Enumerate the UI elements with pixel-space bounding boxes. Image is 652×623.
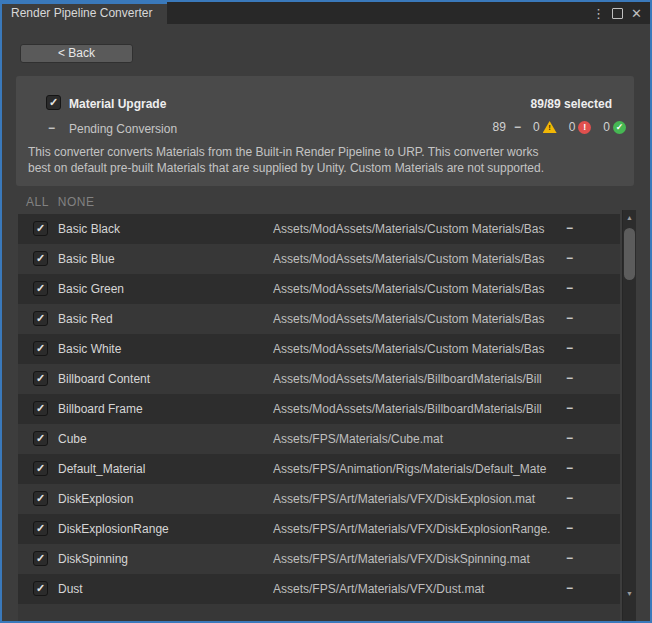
item-name: Basic Red xyxy=(58,312,113,326)
item-path: Assets/ModAssets/Materials/BillboardMate… xyxy=(273,372,561,386)
status-dash-icon: − xyxy=(566,401,573,415)
status-dash-icon: − xyxy=(566,491,573,505)
item-name: Basic White xyxy=(58,342,121,356)
check-icon: ✓ xyxy=(36,582,45,594)
table-row[interactable]: ✓ Dust Assets/FPS/Art/Materials/VFX/Dust… xyxy=(18,574,620,604)
material-list: ✓ Basic Black Assets/ModAssets/Materials… xyxy=(18,214,620,621)
window-menu-button[interactable]: ⋮ xyxy=(589,2,608,24)
check-icon: ✓ xyxy=(36,402,45,414)
window-controls: ⋮ ✕ xyxy=(589,2,646,24)
pending-conversion-label: Pending Conversion xyxy=(69,122,177,136)
item-path: Assets/FPS/Art/Materials/VFX/DiskSpinnin… xyxy=(273,552,561,566)
scrollbar-thumb[interactable] xyxy=(624,228,635,280)
maximize-icon xyxy=(612,8,623,19)
success-count: 0 xyxy=(603,120,610,134)
item-path: Assets/ModAssets/Materials/Custom Materi… xyxy=(273,282,561,296)
item-name: Dust xyxy=(58,582,83,596)
item-path: Assets/FPS/Animation/Rigs/Materials/Defa… xyxy=(273,462,561,476)
item-path: Assets/FPS/Art/Materials/VFX/DiskExplosi… xyxy=(273,492,561,506)
table-row[interactable]: ✓ Default_Material Assets/FPS/Animation/… xyxy=(18,454,620,484)
select-none-button[interactable]: NONE xyxy=(58,195,95,209)
check-icon: ✓ xyxy=(36,222,45,234)
close-button[interactable]: ✕ xyxy=(627,2,646,24)
status-dash-icon: − xyxy=(566,431,573,445)
selected-count: 89/89 selected xyxy=(531,97,612,111)
item-name: DiskSpinning xyxy=(58,552,128,566)
item-name: Default_Material xyxy=(58,462,145,476)
warning-count-group: 0 ! xyxy=(533,120,557,134)
tab-render-pipeline-converter[interactable]: Render Pipeline Converter xyxy=(2,2,167,24)
item-path: Assets/ModAssets/Materials/Custom Materi… xyxy=(273,312,561,326)
check-icon: ✓ xyxy=(36,342,45,354)
item-path: Assets/ModAssets/Materials/Custom Materi… xyxy=(273,222,561,236)
table-row[interactable]: ✓ DiskExplosionRange Assets/FPS/Art/Mate… xyxy=(18,514,620,544)
row-checkbox[interactable]: ✓ xyxy=(33,401,48,416)
scroll-up-button[interactable]: ▲ xyxy=(623,210,636,224)
status-dash-icon: − xyxy=(566,251,573,265)
row-checkbox[interactable]: ✓ xyxy=(33,461,48,476)
select-all-button[interactable]: ALL xyxy=(26,195,49,209)
status-dash-icon: − xyxy=(566,311,573,325)
table-row[interactable]: ✓ Billboard Frame Assets/ModAssets/Mater… xyxy=(18,394,620,424)
vertical-scrollbar[interactable]: ▲ ▼ xyxy=(622,210,636,621)
status-dash-icon: − xyxy=(566,371,573,385)
row-checkbox[interactable]: ✓ xyxy=(33,491,48,506)
status-dash-icon: − xyxy=(566,581,573,595)
check-icon: ✓ xyxy=(36,522,45,534)
item-path: Assets/ModAssets/Materials/Custom Materi… xyxy=(273,342,561,356)
error-count: 0 xyxy=(569,120,576,134)
row-checkbox[interactable]: ✓ xyxy=(33,551,48,566)
status-dash-icon: − xyxy=(566,281,573,295)
row-checkbox[interactable]: ✓ xyxy=(33,521,48,536)
success-count-group: 0 ✓ xyxy=(603,120,626,134)
table-row-filler xyxy=(18,604,620,621)
error-count-group: 0 ! xyxy=(569,120,592,134)
pending-dash-icon: − xyxy=(514,120,521,134)
check-icon: ✓ xyxy=(36,282,45,294)
back-button[interactable]: < Back xyxy=(20,44,133,63)
table-row[interactable]: ✓ Basic Black Assets/ModAssets/Materials… xyxy=(18,214,620,244)
row-checkbox[interactable]: ✓ xyxy=(33,281,48,296)
error-icon: ! xyxy=(578,121,591,134)
status-dash-icon: − xyxy=(566,221,573,235)
status-dash-icon: − xyxy=(566,551,573,565)
check-icon: ✓ xyxy=(36,252,45,264)
item-name: Billboard Content xyxy=(58,372,150,386)
converter-checkbox[interactable]: ✓ xyxy=(46,95,61,110)
scroll-down-button[interactable]: ▼ xyxy=(623,586,636,600)
warning-count: 0 xyxy=(533,120,540,134)
table-row[interactable]: ✓ Basic Blue Assets/ModAssets/Materials/… xyxy=(18,244,620,274)
table-row[interactable]: ✓ Basic White Assets/ModAssets/Materials… xyxy=(18,334,620,364)
table-row[interactable]: ✓ Basic Red Assets/ModAssets/Materials/C… xyxy=(18,304,620,334)
item-path: Assets/ModAssets/Materials/Custom Materi… xyxy=(273,252,561,266)
check-icon: ✓ xyxy=(36,552,45,564)
table-row[interactable]: ✓ DiskExplosion Assets/FPS/Art/Materials… xyxy=(18,484,620,514)
status-dash-icon: − xyxy=(566,461,573,475)
row-checkbox[interactable]: ✓ xyxy=(33,371,48,386)
row-checkbox[interactable]: ✓ xyxy=(33,431,48,446)
status-dash-icon: − xyxy=(566,341,573,355)
converter-description: This converter converts Materials from t… xyxy=(28,144,624,176)
table-row[interactable]: ✓ Basic Green Assets/ModAssets/Materials… xyxy=(18,274,620,304)
pending-status-icon: − xyxy=(48,121,55,135)
table-row[interactable]: ✓ Cube Assets/FPS/Materials/Cube.mat − xyxy=(18,424,620,454)
item-name: Basic Black xyxy=(58,222,120,236)
item-path: Assets/FPS/Art/Materials/VFX/DiskExplosi… xyxy=(273,522,561,536)
row-checkbox[interactable]: ✓ xyxy=(33,221,48,236)
table-row[interactable]: ✓ DiskSpinning Assets/FPS/Art/Materials/… xyxy=(18,544,620,574)
row-checkbox[interactable]: ✓ xyxy=(33,581,48,596)
description-line-2: best on default pre-built Materials that… xyxy=(28,160,624,176)
row-checkbox[interactable]: ✓ xyxy=(33,311,48,326)
table-row[interactable]: ✓ Billboard Content Assets/ModAssets/Mat… xyxy=(18,364,620,394)
row-checkbox[interactable]: ✓ xyxy=(33,251,48,266)
converter-panel: ✓ Material Upgrade 89/89 selected − Pend… xyxy=(16,76,634,186)
row-checkbox[interactable]: ✓ xyxy=(33,341,48,356)
success-icon: ✓ xyxy=(613,121,626,134)
selection-controls: ALL NONE xyxy=(26,195,95,209)
pending-total: 89 xyxy=(493,120,506,134)
check-icon: ✓ xyxy=(36,492,45,504)
warning-icon: ! xyxy=(543,121,557,133)
maximize-button[interactable] xyxy=(608,2,627,24)
item-name: DiskExplosion xyxy=(58,492,133,506)
close-icon: ✕ xyxy=(631,6,642,21)
